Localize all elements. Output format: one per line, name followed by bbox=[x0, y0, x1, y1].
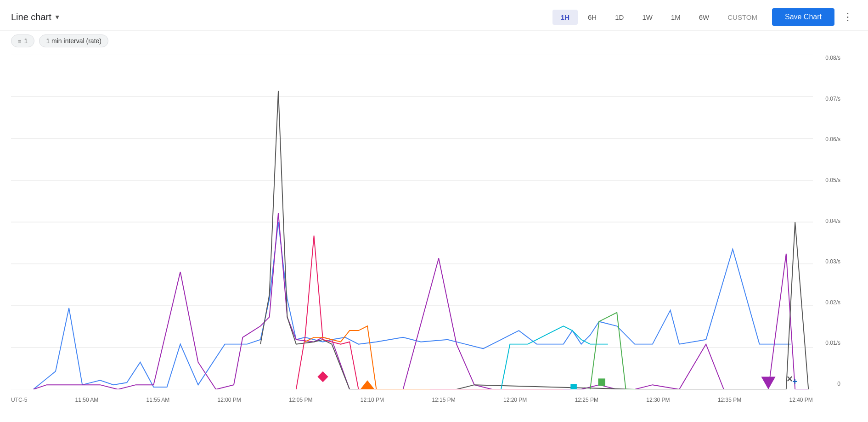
x-label-1215: 12:15 PM bbox=[432, 397, 455, 403]
time-btn-6h[interactable]: 6H bbox=[580, 10, 605, 25]
time-btn-1h[interactable]: 1H bbox=[552, 10, 578, 25]
marker-plus: + bbox=[792, 376, 797, 387]
x-label-utc: UTC-5 bbox=[11, 397, 27, 403]
filter-icon: ≡ bbox=[18, 38, 22, 45]
time-btn-1w[interactable]: 1W bbox=[634, 10, 661, 25]
interval-label: 1 min interval (rate) bbox=[46, 37, 101, 45]
time-btn-1d[interactable]: 1D bbox=[607, 10, 632, 25]
y-label-6: 0.06/s bbox=[825, 136, 840, 143]
marker-diamond bbox=[317, 371, 328, 382]
x-label-1240: 12:40 PM bbox=[789, 397, 813, 403]
chart-title[interactable]: Line chart ▼ bbox=[11, 12, 61, 23]
x-label-1235: 12:35 PM bbox=[718, 397, 741, 403]
y-axis-labels: 0.08/s 0.07/s 0.06/s 0.05/s 0.04/s 0.03/… bbox=[825, 55, 840, 389]
x-label-1200: 12:00 PM bbox=[218, 397, 241, 403]
time-btn-custom[interactable]: CUSTOM bbox=[719, 10, 766, 25]
time-controls: 1H 6H 1D 1W 1M 6W CUSTOM Save Chart ⋮ bbox=[552, 8, 857, 26]
time-btn-6w[interactable]: 6W bbox=[691, 10, 718, 25]
sub-header: ≡ 1 1 min interval (rate) bbox=[0, 31, 868, 50]
y-label-4: 0.04/s bbox=[825, 218, 840, 224]
save-chart-button[interactable]: Save Chart bbox=[772, 8, 834, 26]
x-label-1150: 11:50 AM bbox=[75, 397, 99, 403]
y-label-0: 0 bbox=[837, 381, 840, 387]
y-label-1: 0.01/s bbox=[825, 340, 840, 346]
marker-triangle-down bbox=[360, 380, 374, 389]
x-label-1230: 12:30 PM bbox=[646, 397, 670, 403]
chart-area: ✕ + 0.08/s 0.07/s 0.06/s 0.05/s 0.04/s 0… bbox=[0, 50, 868, 422]
y-label-3: 0.03/s bbox=[825, 258, 840, 265]
filter-count: 1 bbox=[24, 37, 28, 45]
more-options-button[interactable]: ⋮ bbox=[839, 9, 857, 25]
marker-triangle-up bbox=[761, 376, 775, 389]
interval-chip[interactable]: 1 min interval (rate) bbox=[39, 34, 108, 47]
chart-type-dropdown-arrow: ▼ bbox=[54, 13, 61, 21]
x-label-1225: 12:25 PM bbox=[575, 397, 598, 403]
header: Line chart ▼ 1H 6H 1D 1W 1M 6W CUSTOM Sa… bbox=[0, 0, 868, 31]
y-label-8: 0.08/s bbox=[825, 55, 840, 61]
x-label-1155: 11:55 AM bbox=[147, 397, 170, 403]
marker-square bbox=[598, 378, 605, 386]
filter-chip[interactable]: ≡ 1 bbox=[11, 34, 34, 47]
x-label-1210: 12:10 PM bbox=[361, 397, 384, 403]
chart-svg: ✕ + bbox=[11, 55, 813, 389]
chart-title-text: Line chart bbox=[11, 12, 51, 23]
time-btn-1m[interactable]: 1M bbox=[663, 10, 689, 25]
x-label-1205: 12:05 PM bbox=[289, 397, 312, 403]
y-label-7: 0.07/s bbox=[825, 96, 840, 102]
x-axis-labels: UTC-5 11:50 AM 11:55 AM 12:00 PM 12:05 P… bbox=[11, 394, 813, 403]
y-label-5: 0.05/s bbox=[825, 177, 840, 183]
x-label-1220: 12:20 PM bbox=[503, 397, 527, 403]
marker-teal-square bbox=[570, 384, 577, 389]
y-label-2: 0.02/s bbox=[825, 299, 840, 306]
chart-container: ✕ + 0.08/s 0.07/s 0.06/s 0.05/s 0.04/s 0… bbox=[11, 55, 840, 403]
